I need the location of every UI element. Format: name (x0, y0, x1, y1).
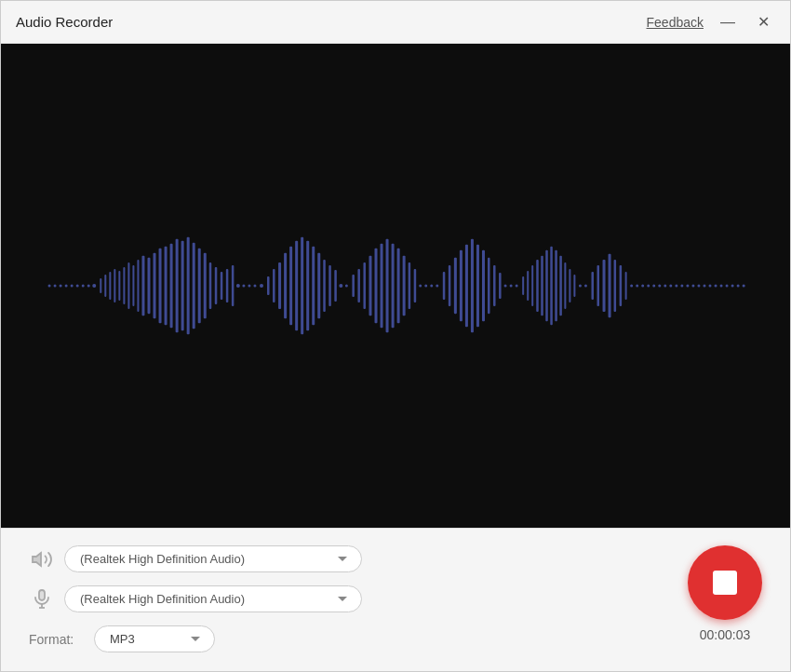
svg-rect-15 (128, 262, 130, 309)
svg-rect-85 (523, 276, 525, 295)
svg-rect-17 (138, 260, 140, 312)
svg-rect-88 (537, 260, 540, 312)
svg-point-124 (731, 284, 734, 287)
svg-rect-31 (215, 267, 218, 304)
microphone-row: (Realtek High Definition Audio) (29, 585, 669, 612)
svg-rect-9 (101, 278, 102, 293)
svg-rect-92 (556, 250, 558, 321)
svg-rect-20 (154, 253, 156, 318)
svg-point-123 (726, 284, 729, 287)
svg-rect-28 (198, 249, 201, 323)
svg-point-114 (676, 284, 678, 287)
svg-rect-11 (110, 272, 112, 300)
svg-rect-101 (603, 260, 606, 312)
svg-rect-105 (625, 272, 627, 300)
speaker-row: (Realtek High Definition Audio) (29, 545, 669, 572)
svg-point-117 (692, 284, 695, 287)
speaker-icon (29, 546, 55, 572)
stop-icon (713, 571, 737, 595)
visualizer-area (1, 44, 790, 528)
svg-point-110 (653, 284, 656, 287)
svg-rect-77 (476, 245, 479, 327)
svg-point-98 (584, 284, 587, 287)
stop-record-button[interactable] (688, 545, 762, 620)
svg-rect-103 (614, 260, 617, 312)
svg-rect-33 (226, 269, 229, 302)
svg-point-2 (60, 284, 62, 287)
svg-rect-22 (165, 247, 168, 325)
svg-point-111 (659, 284, 662, 287)
speaker-select[interactable]: (Realtek High Definition Audio) (64, 545, 362, 572)
svg-rect-102 (609, 254, 611, 317)
title-bar-right: Feedback — ✕ (647, 13, 775, 32)
feedback-link[interactable]: Feedback (647, 15, 704, 30)
svg-point-109 (648, 284, 650, 287)
svg-rect-23 (170, 244, 173, 328)
svg-rect-41 (273, 269, 275, 302)
svg-rect-47 (307, 241, 310, 330)
svg-rect-79 (488, 258, 490, 314)
svg-rect-29 (204, 253, 207, 318)
svg-rect-86 (528, 271, 530, 301)
svg-point-83 (510, 284, 513, 287)
svg-rect-91 (551, 247, 554, 325)
svg-rect-40 (267, 276, 270, 295)
svg-rect-45 (296, 241, 299, 330)
svg-point-70 (436, 284, 439, 287)
window-title: Audio Recorder (16, 14, 113, 30)
svg-rect-42 (278, 262, 281, 309)
svg-point-5 (76, 284, 79, 287)
app-window: Audio Recorder Feedback — ✕ (0, 0, 791, 672)
svg-point-8 (93, 284, 97, 288)
svg-rect-32 (221, 272, 223, 300)
svg-point-39 (260, 284, 263, 288)
svg-point-1 (54, 284, 57, 287)
svg-point-4 (71, 284, 74, 287)
svg-rect-78 (482, 250, 485, 321)
svg-rect-87 (532, 265, 534, 306)
svg-rect-58 (369, 256, 372, 316)
svg-rect-80 (493, 265, 496, 306)
waveform-display (40, 141, 750, 431)
format-select[interactable]: MP3 WAV FLAC AAC (94, 625, 215, 652)
svg-point-121 (715, 284, 717, 287)
svg-rect-44 (290, 247, 293, 325)
svg-rect-51 (329, 265, 332, 306)
svg-rect-64 (403, 256, 406, 316)
minimize-button[interactable]: — (715, 13, 741, 32)
microphone-icon (29, 586, 55, 612)
svg-rect-18 (142, 256, 145, 316)
format-row: Format: MP3 WAV FLAC AAC (29, 625, 669, 652)
svg-point-53 (340, 284, 343, 288)
svg-point-82 (504, 284, 507, 287)
svg-point-108 (642, 284, 645, 287)
svg-point-120 (709, 284, 712, 287)
format-label: Format: (29, 632, 85, 647)
svg-rect-100 (597, 265, 600, 306)
svg-rect-94 (565, 262, 567, 309)
svg-rect-19 (148, 258, 151, 314)
close-button[interactable]: ✕ (752, 13, 775, 32)
svg-rect-128 (39, 590, 45, 600)
svg-point-107 (637, 284, 639, 287)
svg-rect-62 (392, 244, 395, 328)
svg-point-84 (516, 284, 518, 287)
title-bar-left: Audio Recorder (16, 14, 113, 30)
svg-rect-10 (105, 275, 107, 297)
svg-point-112 (664, 284, 667, 287)
svg-point-113 (670, 284, 673, 287)
svg-rect-74 (460, 250, 463, 321)
microphone-select[interactable]: (Realtek High Definition Audio) (64, 585, 362, 612)
svg-rect-43 (285, 253, 288, 318)
svg-rect-90 (546, 250, 549, 321)
svg-point-69 (431, 284, 434, 287)
svg-marker-127 (33, 553, 41, 566)
svg-rect-104 (620, 265, 623, 306)
svg-rect-50 (324, 260, 327, 312)
svg-rect-34 (232, 265, 235, 306)
svg-rect-76 (471, 239, 474, 332)
svg-rect-12 (114, 269, 116, 302)
svg-rect-27 (193, 243, 195, 329)
svg-rect-56 (358, 269, 361, 302)
title-bar: Audio Recorder Feedback — ✕ (1, 1, 790, 44)
